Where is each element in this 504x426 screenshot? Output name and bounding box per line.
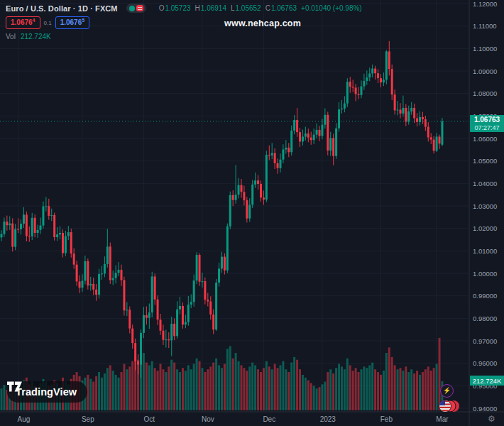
candle-body [23,214,25,224]
candle-body [287,148,290,152]
volume-bar [285,369,287,410]
candle-body [380,78,382,82]
volume-bar [416,371,418,410]
volume-bar [173,363,175,410]
volume-bar [380,375,382,410]
volume-bar [109,365,111,410]
quick-trade-toggle[interactable] [126,4,146,13]
candle-body [299,132,301,141]
timezone-settings-gear-icon[interactable]: ⚙ [488,414,495,424]
candle-body [148,312,150,318]
candle-body [346,82,349,103]
candle-body [349,82,351,87]
open-value: 1.05723 [165,4,190,12]
sell-menu-icon [136,5,143,11]
earnings-event-icon[interactable]: ⚡ [440,384,454,398]
candle-body [128,310,131,328]
price-tick-label: 1.00000 [473,270,497,278]
candle-body [251,185,253,205]
candle-body [204,281,206,300]
volume-bar [265,361,268,410]
candle-body [363,81,365,87]
candle-body [413,108,415,119]
candle-body [62,233,64,253]
economic-events-us-flag-icon[interactable] [439,400,460,413]
volume-bar [410,369,412,410]
candle-body [274,153,276,163]
volume-bar [243,368,245,410]
volume-bar [170,360,172,410]
volume-bar [148,365,150,410]
candle-body [187,305,190,322]
volume-bar [221,368,223,410]
candle-body [399,109,401,113]
volume-bar [335,368,337,410]
volume-bar [360,369,362,410]
volume-bar [157,371,159,410]
candle-body [84,261,86,281]
volume-bar [388,347,390,410]
buy-price-button[interactable]: 1.06765 [55,16,90,28]
candle-body [335,129,337,156]
volume-bar [218,365,220,410]
price-chart[interactable]: 1.120001.110001.100001.090001.080001.070… [0,0,504,426]
tradingview-logo-icon [7,381,22,392]
price-tick-label: 1.02000 [473,224,497,232]
change-value: +0.01040 (+0.98%) [301,4,362,12]
price-tick-label: 1.03000 [473,202,497,210]
volume-bar [268,366,270,410]
candle-body [201,281,203,282]
candle-body [341,109,343,109]
candle-body [53,215,55,237]
symbol-title[interactable]: Euro / U.S. Dollar · 1D · FXCM [6,4,118,13]
volume-bar [215,359,217,410]
candle-body [190,302,192,305]
candle-body [120,270,122,280]
volume-bar [402,371,404,410]
candle-body [134,343,136,361]
tradingview-logo-text: TradingView [16,386,77,398]
volume-bar [427,366,429,410]
time-tick-label: Mar [436,415,449,423]
volume-bar [321,384,323,410]
time-tick-label: Dec [263,415,275,423]
volume-bar [399,368,401,410]
candle-body [131,329,133,344]
candle-body [6,222,8,225]
candle-body [290,131,292,152]
tradingview-logo[interactable]: TradingView [7,381,87,403]
sell-price-button[interactable]: 1.06764 [6,16,40,28]
time-tick-label: 2023 [320,415,336,423]
volume-bar [229,346,231,410]
candle-body [424,119,427,126]
volume-bar [126,369,128,410]
candle-body [215,283,217,329]
candle-body [65,236,67,253]
volume-bar [397,369,399,410]
volume-bar [112,371,114,410]
candle-body [240,185,242,192]
candle-body [263,197,265,200]
volume-indicator-legend: Vol 212.724K [6,33,362,40]
time-tick-label: Aug [18,415,31,423]
candle-body [307,133,309,138]
volume-bar [224,364,226,410]
candle-body [397,109,399,110]
candle-body [42,207,44,226]
volume-bar [246,371,248,410]
candle-body [344,104,346,109]
candle-body [151,276,153,312]
volume-bar [204,372,206,410]
candle-body [170,324,172,340]
candle-body [238,185,240,195]
volume-bar [355,368,357,410]
candle-body [277,163,279,168]
ohlc-values: O1.05723 H1.06914 L1.05652 C1.06763 +0.0… [155,4,362,12]
candle-body [165,339,167,340]
volume-bar [98,372,100,410]
candle-body [20,224,22,229]
time-tick-label: Nov [202,415,214,423]
volume-bar [143,353,145,410]
candle-body [427,127,429,138]
candle-body [296,120,298,132]
